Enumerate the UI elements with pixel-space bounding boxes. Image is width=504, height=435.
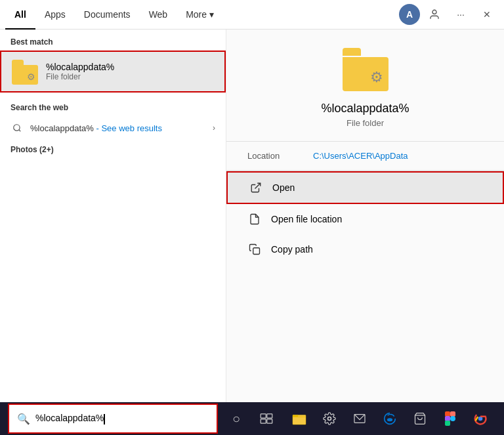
folder-icon: ⚙	[12, 58, 38, 85]
tab-more[interactable]: More ▾	[177, 0, 223, 30]
svg-rect-10	[293, 415, 298, 417]
copy-path-icon	[247, 242, 262, 257]
tab-documents[interactable]: Documents	[75, 0, 140, 30]
location-row: Location C:\Users\ACER\AppData	[226, 142, 504, 171]
best-match-subtitle: File folder	[46, 72, 114, 81]
open-icon	[249, 180, 263, 195]
tab-web[interactable]: Web	[140, 0, 177, 30]
svg-rect-7	[261, 419, 266, 423]
tab-all[interactable]: All	[5, 0, 35, 30]
dots-menu-btn[interactable]: ···	[449, 3, 472, 26]
search-bar[interactable]: 🔍 %localappdata%	[8, 404, 218, 434]
preview-folder-icon: ⚙	[343, 45, 388, 91]
main-content: Best match ⚙ %localappdata% File folder …	[0, 30, 504, 402]
preview-subtitle: File folder	[346, 118, 384, 128]
tab-apps[interactable]: Apps	[35, 0, 75, 30]
taskbar-edge[interactable]	[375, 404, 404, 433]
svg-rect-6	[267, 414, 272, 418]
taskbar-figma[interactable]	[436, 404, 465, 433]
taskbar-chrome[interactable]	[466, 404, 495, 433]
taskbar-settings[interactable]	[315, 404, 344, 433]
copy-path-label: Copy path	[271, 244, 313, 255]
svg-point-0	[432, 10, 436, 14]
location-label: Location	[247, 151, 313, 161]
svg-rect-4	[253, 248, 260, 255]
svg-line-3	[255, 183, 261, 188]
open-label: Open	[272, 182, 295, 193]
best-match-item[interactable]: ⚙ %localappdata% File folder	[0, 51, 226, 93]
web-search-item[interactable]: %localappdata% - See web results ›	[0, 116, 226, 140]
svg-point-18	[450, 416, 455, 421]
copy-path-action[interactable]: Copy path	[226, 234, 504, 264]
photos-label: Photos (2+)	[0, 140, 226, 159]
taskbar-file-explorer[interactable]	[285, 404, 314, 433]
taskbar: 🔍 %localappdata% ○	[0, 402, 504, 435]
preview-title: %localappdata%	[321, 102, 409, 115]
search-bar-input[interactable]: %localappdata%	[35, 413, 209, 424]
open-file-location-icon	[247, 212, 262, 226]
taskbar-store[interactable]	[406, 404, 434, 433]
svg-point-1	[14, 125, 20, 131]
open-action[interactable]: Open	[226, 171, 504, 204]
svg-rect-16	[450, 411, 455, 417]
nav-tabs: All Apps Documents Web More ▾ A	[0, 0, 504, 30]
svg-rect-15	[445, 411, 450, 417]
web-section-label: Search the web	[0, 95, 226, 116]
right-panel: ⚙ %localappdata% File folder Location C:…	[226, 30, 504, 402]
search-bar-icon: 🔍	[17, 413, 30, 425]
task-view-btn[interactable]	[252, 404, 281, 433]
left-panel: Best match ⚙ %localappdata% File folder …	[0, 30, 226, 402]
best-match-title: %localappdata%	[46, 62, 114, 72]
nav-icons: A ··· ✕	[399, 3, 499, 26]
svg-rect-5	[261, 414, 266, 418]
svg-rect-19	[445, 421, 450, 426]
best-match-label: Best match	[0, 30, 226, 51]
open-file-location-action[interactable]: Open file location	[226, 204, 504, 234]
taskbar-apps	[285, 404, 495, 433]
avatar[interactable]: A	[399, 4, 420, 25]
svg-point-13	[387, 418, 392, 421]
web-search-text: %localappdata% - See web results	[30, 123, 162, 133]
search-icon	[10, 121, 24, 135]
person-icon-btn[interactable]	[423, 3, 446, 26]
cortana-btn[interactable]: ○	[222, 404, 251, 433]
svg-rect-17	[445, 416, 450, 421]
svg-point-11	[328, 417, 331, 421]
close-btn[interactable]: ✕	[475, 3, 499, 26]
best-match-text: %localappdata% File folder	[46, 62, 114, 81]
taskbar-mail[interactable]	[345, 404, 374, 433]
search-window: All Apps Documents Web More ▾ A	[0, 0, 504, 402]
location-value[interactable]: C:\Users\ACER\AppData	[313, 151, 408, 161]
svg-rect-8	[267, 419, 272, 423]
svg-line-2	[19, 130, 21, 132]
open-file-location-label: Open file location	[271, 214, 342, 224]
chevron-right-icon: ›	[213, 123, 215, 133]
